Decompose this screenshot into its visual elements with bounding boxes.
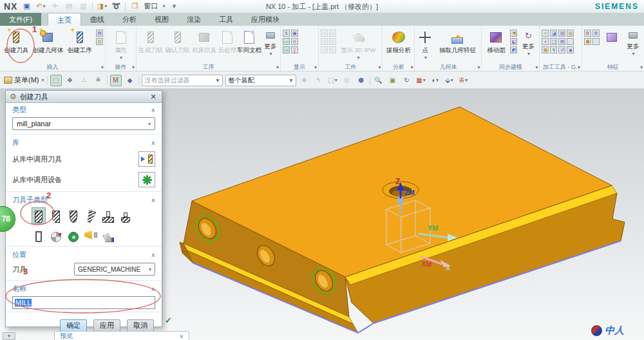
lasso-icon[interactable]: ⬚▾ <box>327 75 339 86</box>
machining-tool-icon[interactable]: ✓ <box>542 30 549 37</box>
section-library[interactable]: 库∧ <box>6 136 162 149</box>
call-device-from-library-button[interactable] <box>138 172 155 187</box>
cancel-button[interactable]: 取消 <box>127 319 154 332</box>
feature-icon[interactable]: ⚙ <box>584 30 591 37</box>
draft-analysis-button[interactable]: 拔模分析 <box>384 27 413 53</box>
machining-tool-icon[interactable]: ⌖ <box>542 38 549 45</box>
subtype-ball-mill-icon[interactable] <box>66 207 80 224</box>
touch-mode-icon[interactable]: ➰ <box>111 2 121 11</box>
tab-home[interactable]: 主页 <box>48 13 81 26</box>
operation-more-button[interactable]: 更多 ▾ <box>262 27 279 57</box>
undo-icon[interactable]: ↶▾ <box>35 2 46 11</box>
collapse-icon[interactable]: ∧ <box>151 140 155 146</box>
machining-tool-icon[interactable]: ↺ <box>558 46 565 53</box>
cut-icon[interactable]: ✛ <box>50 2 60 11</box>
apply-button[interactable]: 应用 <box>93 319 120 332</box>
name-input[interactable]: MILL <box>12 296 155 309</box>
feature-cube-button[interactable] <box>601 27 623 46</box>
section-name[interactable]: 名称∧ <box>6 282 162 295</box>
paste-operation-icon[interactable]: ▥ <box>96 38 103 45</box>
machining-tool-icon[interactable] <box>567 38 574 45</box>
tab-file[interactable]: 文件(F) <box>0 13 41 26</box>
select-feature-icon[interactable]: ✥ <box>64 75 76 86</box>
spline-display-icon[interactable]: ʃ <box>291 46 298 53</box>
subtype-barrel-icon[interactable] <box>32 227 46 243</box>
postprocess-button[interactable]: 后处理 <box>218 27 237 53</box>
window-grid-icon[interactable]: ▦▾ <box>415 75 427 86</box>
machining-tool-icon[interactable]: ❑ <box>550 38 557 45</box>
subtype-face-mill-icon[interactable] <box>101 207 115 224</box>
subtype-thread-mill-icon[interactable] <box>49 227 63 243</box>
display-image-icon[interactable]: ▣ <box>291 30 298 37</box>
tab-render[interactable]: 渲染 <box>178 13 210 26</box>
ipw-icon[interactable]: ◁ <box>321 30 328 37</box>
show-3d-ipw-button[interactable]: 显示 3D IPW ▾ <box>337 27 379 61</box>
shop-documentation-button[interactable]: 车间文档 <box>237 27 261 53</box>
subtype-mill-form-icon[interactable] <box>66 227 80 243</box>
ipw-icon[interactable]: ▷ <box>329 38 336 45</box>
create-operation-button[interactable]: ✶ 创建工序 <box>65 27 95 53</box>
subtype-taper-mill-icon[interactable] <box>84 207 98 224</box>
machine-simulation-button[interactable]: 机床仿真 <box>191 27 218 53</box>
machining-tool-icon[interactable]: ↯ <box>550 46 557 53</box>
machining-tool-icon[interactable]: ▦ <box>542 46 549 53</box>
tab-tools[interactable]: 工具 <box>210 13 242 26</box>
qat-customize-icon[interactable]: ▾ <box>169 2 179 11</box>
group-dialog-launcher-icon[interactable]: ▾ <box>101 64 104 70</box>
machining-tool-icon[interactable]: ▤ <box>558 38 565 45</box>
close-icon[interactable]: ✕ <box>149 93 158 101</box>
group-dialog-launcher-icon[interactable]: ▾ <box>378 64 381 70</box>
section-subtype[interactable]: 刀具子类型∧ <box>6 193 162 206</box>
sync-icon[interactable]: ⬕ <box>510 38 517 45</box>
sphere-select-icon[interactable]: ◎ <box>341 75 353 86</box>
group-dialog-launcher-icon[interactable]: ▾ <box>276 64 279 70</box>
feature-icon[interactable]: ⬢ <box>584 38 591 45</box>
save-icon[interactable]: ▣ <box>21 2 32 11</box>
toolpath-display-icon[interactable]: 〰 <box>283 38 290 45</box>
group-dialog-launcher-icon[interactable]: ▾ <box>410 64 413 70</box>
toolpath-replay-icon[interactable]: 〰 <box>283 46 290 53</box>
isometric-view-icon[interactable]: ⬙▾ <box>444 75 455 86</box>
subtype-carrier-icon[interactable] <box>101 227 115 243</box>
copy-icon[interactable]: ▤ <box>64 2 74 11</box>
collapse-icon[interactable]: ∧ <box>151 107 155 113</box>
render-style-icon[interactable]: ▣ <box>387 75 399 86</box>
section-type[interactable]: 类型∧ <box>6 103 162 116</box>
paste-icon[interactable]: ▥ <box>78 2 88 11</box>
tab-curve[interactable]: 曲线 <box>81 13 113 26</box>
subtype-mill-icon[interactable] <box>32 207 46 224</box>
machining-tool-icon[interactable]: ▧ <box>567 30 574 37</box>
group-dialog-launcher-icon[interactable]: ▾ <box>314 64 317 70</box>
tab-analysis[interactable]: 分析 <box>113 13 146 26</box>
type-dropdown[interactable]: mill_planar▾ <box>12 117 155 130</box>
generate-toolpath-button[interactable]: 生成刀轨 <box>138 27 164 53</box>
inside-icon[interactable]: ↰ <box>313 75 325 86</box>
section-location[interactable]: 位置∧ <box>6 248 162 261</box>
tool-location-dropdown[interactable]: GENERIC_MACHINE ▾ <box>74 263 155 276</box>
feature-icon[interactable] <box>592 38 600 45</box>
ipw-icon[interactable]: ◁ <box>321 38 328 45</box>
snap-end-icon[interactable]: ◆ <box>124 75 136 86</box>
extract-geometry-button[interactable]: 抽取几何特征 <box>435 27 480 53</box>
machining-tool-icon[interactable]: ◪ <box>550 30 557 37</box>
shaded-view-icon[interactable]: ◗▾ <box>430 75 441 86</box>
dialog-titlebar[interactable]: ⚙ 创建刀具 ✕ <box>6 91 162 103</box>
subtype-chamfer-mill-icon[interactable] <box>49 207 63 224</box>
subtype-laser-icon[interactable] <box>84 227 98 243</box>
selection-filter-dropdown[interactable]: 没有选择过滤器 ▾ <box>142 75 223 86</box>
subtype-t-cutter-icon[interactable] <box>118 207 133 224</box>
feature-more-button[interactable]: 更多 ▾ <box>623 27 643 57</box>
ok-button[interactable]: 确定 <box>60 319 87 332</box>
sync-icon[interactable]: ◩ <box>510 46 517 53</box>
call-tool-from-library-button[interactable] <box>138 151 155 167</box>
visualization-icon[interactable]: ✇▾ <box>458 75 469 86</box>
window-menu[interactable]: 窗口 <box>144 1 158 11</box>
copy-operation-icon[interactable]: ▤ <box>96 30 103 37</box>
ipw-icon[interactable]: ◁ <box>321 46 328 53</box>
ipw-icon[interactable]: ▷ <box>329 46 336 53</box>
properties-button[interactable]: 属性 ▾ <box>107 27 135 61</box>
sync-icon[interactable]: ⬔ <box>510 30 517 37</box>
machining-tool-icon[interactable]: ◉ <box>567 46 574 53</box>
snap-point-icon[interactable]: M <box>110 75 122 86</box>
verify-toolpath-button[interactable]: 确认刀轨 <box>165 27 191 53</box>
